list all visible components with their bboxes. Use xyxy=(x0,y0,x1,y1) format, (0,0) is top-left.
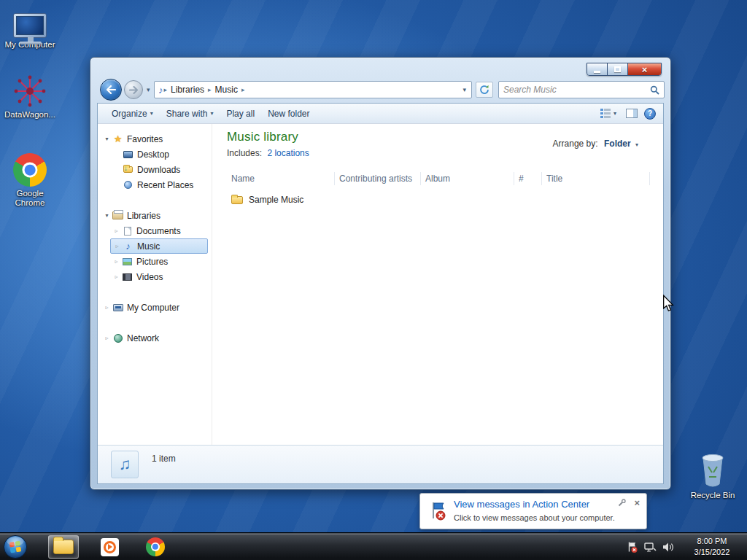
arrange-by-control[interactable]: Arrange by: Folder ▾ xyxy=(553,139,638,149)
preview-pane-button[interactable] xyxy=(626,109,638,118)
volume-tray-icon[interactable] xyxy=(662,542,674,555)
folder-icon xyxy=(231,196,243,204)
column-header-number[interactable]: # xyxy=(514,172,542,185)
expander-icon[interactable]: ▾ xyxy=(102,136,112,142)
explorer-window: × ▾ ♪ ▸ Libraries ▸ Music ▸ ▾ xyxy=(90,57,671,490)
desktop: My Computer DataWagon... Google Chrome xyxy=(0,0,747,560)
minimize-button[interactable] xyxy=(587,63,608,75)
desktop-icon-label: Google Chrome xyxy=(1,189,58,208)
sidebar-item-videos[interactable]: ▹ Videos xyxy=(98,269,212,284)
sidebar-item-downloads[interactable]: ↓ Downloads xyxy=(98,162,212,177)
chevron-down-icon: ▾ xyxy=(210,110,213,117)
sidebar-item-desktop[interactable]: Desktop xyxy=(98,147,212,162)
desktop-mini-icon xyxy=(122,151,134,158)
title-bar[interactable] xyxy=(90,58,670,77)
wrench-icon[interactable] xyxy=(618,499,626,509)
videos-icon xyxy=(121,273,133,281)
clock-date: 3/15/2022 xyxy=(680,547,744,558)
sidebar-item-libraries[interactable]: ▾ Libraries xyxy=(98,208,212,223)
notification-body[interactable]: Click to view messages about your comput… xyxy=(454,513,615,522)
file-list-pane: Music library Includes: 2 locations Arra… xyxy=(212,124,663,445)
breadcrumb-libraries[interactable]: Libraries xyxy=(168,85,207,95)
sidebar-item-music[interactable]: ▹ ♪ Music xyxy=(110,238,208,254)
search-input[interactable] xyxy=(503,85,650,95)
my-computer-icon xyxy=(1,4,58,38)
taskbar-clock[interactable]: 8:00 PM 3/15/2022 xyxy=(680,536,744,558)
back-button[interactable] xyxy=(100,79,122,101)
expander-icon[interactable]: ▹ xyxy=(112,273,121,280)
pictures-icon xyxy=(121,258,133,265)
locations-link[interactable]: 2 locations xyxy=(267,148,309,158)
maximize-button[interactable] xyxy=(608,63,628,75)
details-pane: ♫ 1 item xyxy=(98,445,663,483)
column-header-title[interactable]: Title xyxy=(542,172,650,185)
history-dropdown-icon[interactable]: ▾ xyxy=(147,86,150,93)
close-button[interactable]: × xyxy=(628,63,661,75)
navigation-bar: ▾ ♪ ▸ Libraries ▸ Music ▸ ▾ xyxy=(97,77,664,102)
breadcrumb-music[interactable]: Music xyxy=(212,85,241,95)
column-headers: Name Contributing artists Album # Title xyxy=(227,171,663,187)
share-with-label: Share with xyxy=(166,109,208,119)
desktop-icon-recycle-bin[interactable]: Recycle Bin xyxy=(684,455,741,500)
desktop-icon-google-chrome[interactable]: Google Chrome xyxy=(1,153,58,208)
sidebar-item-documents[interactable]: ▹ Documents xyxy=(98,223,212,238)
notification-title[interactable]: View messages in Action Center xyxy=(454,499,589,510)
action-center-flag-icon xyxy=(429,501,448,524)
sidebar-item-label: Videos xyxy=(136,272,163,282)
downloads-icon: ↓ xyxy=(122,166,134,173)
expander-icon[interactable]: ▹ xyxy=(112,258,121,265)
music-library-large-icon: ♫ xyxy=(111,451,139,478)
organize-button[interactable]: Organize ▾ xyxy=(105,106,160,122)
item-count: 1 item xyxy=(152,454,176,464)
close-icon: × xyxy=(642,65,648,74)
network-tray-icon[interactable] xyxy=(644,542,657,555)
search-box xyxy=(498,81,665,98)
desktop-icon-label: DataWagon... xyxy=(1,110,58,120)
address-dropdown-icon[interactable]: ▾ xyxy=(462,86,468,93)
taskbar-chrome-button[interactable] xyxy=(140,535,171,559)
column-header-album[interactable]: Album xyxy=(421,172,514,185)
clock-time: 8:00 PM xyxy=(680,536,744,547)
new-folder-button[interactable]: New folder xyxy=(261,106,316,122)
action-center-tray-icon[interactable] xyxy=(627,541,638,556)
column-header-name[interactable]: Name xyxy=(227,172,335,185)
expander-icon[interactable]: ▾ xyxy=(102,212,112,219)
expander-icon[interactable]: ▹ xyxy=(102,335,112,341)
search-icon[interactable] xyxy=(650,85,659,95)
expander-icon[interactable]: ▹ xyxy=(112,228,121,234)
desktop-icon-datawagon[interactable]: DataWagon... xyxy=(1,74,58,120)
windows-logo-icon xyxy=(3,534,28,559)
refresh-button[interactable] xyxy=(476,82,493,98)
start-button[interactable] xyxy=(3,534,28,560)
sidebar-item-favorites[interactable]: ▾ ★ Favorites xyxy=(98,131,212,147)
favorites-star-icon: ★ xyxy=(112,134,124,144)
column-header-contributing-artists[interactable]: Contributing artists xyxy=(335,172,421,185)
sidebar-item-network[interactable]: ▹ Network xyxy=(98,330,212,346)
sidebar-item-label: Desktop xyxy=(137,149,169,160)
play-all-button[interactable]: Play all xyxy=(220,106,261,122)
desktop-icon-my-computer[interactable]: My Computer xyxy=(1,4,58,50)
chevron-down-icon: ▾ xyxy=(150,110,153,117)
sidebar-item-label: My Computer xyxy=(127,303,179,313)
expander-icon[interactable]: ▹ xyxy=(102,304,112,311)
views-icon xyxy=(600,109,611,118)
sidebar-item-recent-places[interactable]: Recent Places xyxy=(98,177,212,192)
change-view-button[interactable]: ▾ xyxy=(597,106,619,121)
list-item-sample-music[interactable]: Sample Music xyxy=(227,192,431,208)
taskbar-explorer-button[interactable] xyxy=(48,535,79,559)
address-bar[interactable]: ♪ ▸ Libraries ▸ Music ▸ ▾ xyxy=(154,81,472,98)
notification-close-icon[interactable]: × xyxy=(634,498,640,508)
sidebar-item-my-computer[interactable]: ▹ My Computer xyxy=(98,300,212,315)
system-tray xyxy=(627,541,674,556)
forward-button[interactable] xyxy=(124,80,143,99)
sidebar-item-label: Recent Places xyxy=(137,180,193,190)
sidebar-item-pictures[interactable]: ▹ Pictures xyxy=(98,254,212,269)
taskbar-media-player-button[interactable] xyxy=(94,535,125,559)
help-button[interactable]: ? xyxy=(644,108,656,120)
share-with-button[interactable]: Share with ▾ xyxy=(160,106,220,122)
expander-icon[interactable]: ▹ xyxy=(112,243,122,249)
desktop-icon-label: Recycle Bin xyxy=(684,491,741,500)
recent-places-icon xyxy=(122,181,134,189)
caption-buttons: × xyxy=(587,63,662,76)
breadcrumb-separator-icon: ▸ xyxy=(241,86,246,93)
